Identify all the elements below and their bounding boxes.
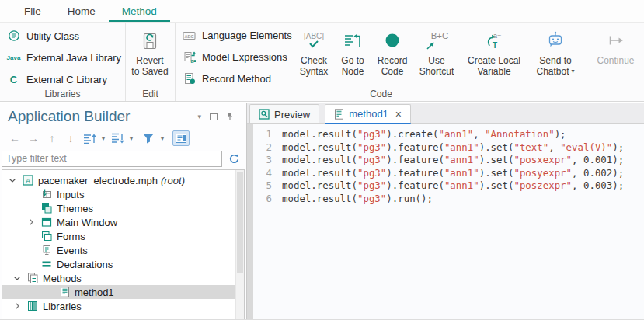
line-number: 3 [253, 154, 272, 167]
tree-scrollbar-thumb[interactable] [237, 172, 243, 273]
refresh-icon[interactable] [228, 153, 240, 165]
model-expressions-button[interactable]: a= Model Expressions [176, 47, 294, 68]
ribbon-group-edit: Revert to Saved Edit [126, 23, 176, 101]
line-number: 1 [253, 128, 272, 141]
line-number: 6 [253, 193, 272, 206]
code-text: model.result("pg3").feature("ann1").set(… [282, 154, 624, 167]
panel-float-icon[interactable] [210, 113, 218, 120]
language-elements-button[interactable]: ABC Language Elements [176, 25, 294, 47]
language-elements-label: Language Elements [202, 30, 292, 41]
tree-item-inputs[interactable]: Inputs [2, 187, 244, 201]
tree-item-events[interactable]: Events [2, 243, 244, 257]
tree-item-label: pacemaker_electrode.mph [37, 175, 158, 186]
code-text: model.result("pg3").feature("ann1").set(… [282, 141, 624, 155]
model-expressions-label: Model Expressions [202, 51, 287, 63]
check-syntax-button[interactable]: [ABC] Check Syntax [294, 25, 334, 89]
collapse-chevron-icon[interactable] [10, 277, 24, 280]
declarations-icon [38, 259, 55, 270]
expand-list-icon[interactable] [109, 130, 126, 147]
libraries-group-label: Libraries [0, 89, 125, 99]
close-tab-icon[interactable]: × [395, 109, 402, 120]
svg-text:a=: a= [493, 31, 501, 39]
line-number: 5 [253, 179, 272, 193]
ribbon-group-libraries: Utility Class Java External Java Library… [0, 23, 126, 101]
utility-class-button[interactable]: Utility Class [0, 25, 125, 47]
revert-to-saved-icon [139, 26, 161, 55]
tree-item-libraries[interactable]: Libraries [2, 299, 244, 313]
expand-chevron-icon[interactable] [10, 303, 24, 309]
create-local-variable-button[interactable]: a= T Create Local Variable [460, 25, 528, 89]
check-syntax-label: Check Syntax [300, 55, 329, 77]
go-to-node-label: Go to Node [341, 55, 364, 77]
record-method-button[interactable]: Record Method [176, 68, 294, 89]
filter-icon[interactable] [140, 130, 157, 147]
libraries-icon [24, 301, 41, 311]
use-shortcut-label: Use Shortcut [419, 55, 454, 77]
record-code-button[interactable]: Record Code [371, 25, 413, 89]
external-java-library-button[interactable]: Java External Java Library [0, 47, 125, 68]
tab-method1-label: method1 [349, 108, 388, 120]
panel-header: Application Builder ▾ [0, 103, 246, 127]
tree-item-methods[interactable]: Methods [2, 271, 244, 285]
revert-to-saved-label: Revert to Saved [131, 55, 168, 77]
line-number: 2 [253, 141, 272, 155]
revert-to-saved-button[interactable]: Revert to Saved [126, 25, 174, 77]
ribbon-group-continue: Continue [587, 23, 644, 101]
events-icon [38, 245, 55, 256]
move-down-icon[interactable]: ↓ [62, 130, 79, 147]
send-to-chatbot-label-2: Chatbot [536, 66, 569, 77]
record-code-icon [381, 26, 403, 55]
svg-text:A: A [26, 177, 30, 185]
filter-input[interactable] [2, 151, 222, 167]
tab-preview[interactable]: Preview [249, 104, 319, 123]
method-doc-icon [334, 109, 344, 120]
go-to-node-button[interactable]: Go to Node [334, 25, 371, 89]
tree-item-root[interactable]: A pacemaker_electrode.mph (root) [2, 173, 244, 187]
ribbon-tab-method[interactable]: Method [109, 0, 170, 22]
tree-item-declarations[interactable]: Declarations [2, 257, 244, 271]
method-icon [56, 287, 73, 297]
tree-item-forms[interactable]: Forms [2, 229, 244, 243]
code-line: 4model.result("pg3").feature("ann1").set… [253, 167, 644, 180]
send-to-chatbot-button[interactable]: Send to Chatbot ▾ [528, 25, 583, 89]
model-tree[interactable]: A pacemaker_electrode.mph (root) Inputs [2, 169, 245, 319]
filter-chevron-icon[interactable]: ▾ [158, 135, 166, 142]
continue-button[interactable]: Continue [587, 25, 644, 66]
chevron-down-icon: ▾ [572, 66, 575, 77]
expand-list-chevron-icon[interactable]: ▾ [127, 135, 135, 142]
forward-arrow-icon[interactable]: → [25, 130, 42, 147]
ribbon-tab-home[interactable]: Home [54, 0, 109, 22]
use-shortcut-button[interactable]: B+C Use Shortcut [413, 25, 460, 89]
continue-icon [605, 26, 627, 55]
record-method-label: Record Method [202, 73, 271, 85]
go-to-node-icon [342, 26, 364, 55]
tree-toolbar: ← → ↑ ↓ ▾ ▾ ▾ [0, 127, 246, 149]
tree-item-label: Forms [55, 231, 85, 242]
tree-scrollbar[interactable] [235, 170, 244, 319]
utility-class-icon [7, 30, 20, 42]
create-local-variable-icon: a= T [482, 26, 506, 55]
expand-chevron-icon[interactable] [24, 219, 38, 225]
language-elements-icon: ABC [183, 30, 196, 42]
external-c-library-button[interactable]: C External C Library [0, 68, 125, 90]
model-expressions-icon: a= [183, 51, 196, 64]
inputs-icon [38, 189, 55, 200]
tree-item-method1[interactable]: method1 [2, 285, 244, 299]
collapse-list-chevron-icon[interactable]: ▾ [99, 135, 107, 142]
collapse-list-icon[interactable] [81, 130, 98, 147]
tree-item-main-window[interactable]: Main Window [2, 215, 244, 229]
tree-item-themes[interactable]: Themes [2, 201, 244, 215]
back-arrow-icon[interactable]: ← [6, 130, 23, 147]
show-details-toggle[interactable] [172, 130, 190, 146]
panel-menu-chevron-icon[interactable]: ▾ [197, 113, 201, 120]
collapse-chevron-icon[interactable] [5, 179, 19, 183]
tab-method1[interactable]: method1 × [325, 104, 411, 124]
move-up-icon[interactable]: ↑ [44, 130, 61, 147]
ribbon-tab-file[interactable]: File [11, 0, 54, 22]
tree-item-label: Methods [41, 273, 82, 284]
panel-pin-icon[interactable] [226, 112, 234, 121]
ribbon: Utility Class Java External Java Library… [0, 23, 644, 102]
record-code-label: Record Code [378, 55, 408, 77]
code-lines: 1model.result("pg3").create("ann1", "Ann… [253, 128, 644, 206]
code-editor[interactable]: 1model.result("pg3").create("ann1", "Ann… [247, 124, 644, 319]
